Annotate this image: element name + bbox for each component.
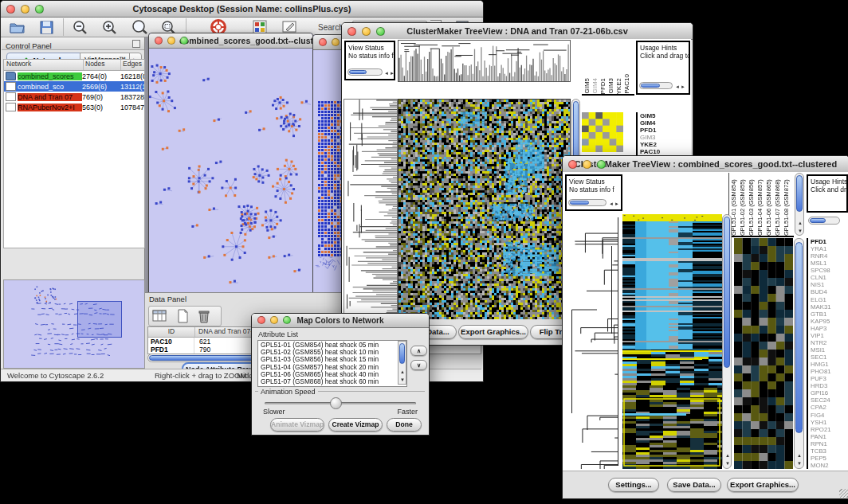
- speed-slider-thumb[interactable]: [330, 397, 342, 409]
- treeview2-titlebar[interactable]: ClusterMaker TreeView : combined_scores_…: [563, 156, 848, 173]
- scroll-right-icon[interactable]: ►: [681, 84, 685, 90]
- gene-label[interactable]: SEC24: [811, 397, 848, 404]
- col-network[interactable]: Network: [4, 60, 84, 70]
- tv2-status-scrollbar[interactable]: [568, 199, 607, 206]
- settings-button[interactable]: Settings...: [608, 478, 659, 492]
- scroll-down-icon[interactable]: ▼: [797, 460, 802, 467]
- move-down-button[interactable]: ∨: [410, 360, 427, 370]
- resize-grip[interactable]: [839, 489, 848, 498]
- export-graphics-button[interactable]: Export Graphics...: [727, 478, 799, 492]
- gene-label[interactable]: VIP1: [811, 332, 848, 339]
- scroll-left-icon[interactable]: ◄: [675, 84, 680, 90]
- close-icon[interactable]: [155, 37, 163, 45]
- window-controls[interactable]: [6, 5, 44, 14]
- network-overview-panel[interactable]: [3, 279, 145, 369]
- tv2-column-label[interactable]: GPL51-04 (GSM857): [756, 174, 765, 236]
- gene-label[interactable]: BUD4: [811, 288, 848, 295]
- minimize-icon[interactable]: [21, 5, 29, 14]
- scroll-left-icon[interactable]: ◄: [609, 201, 614, 207]
- dialog-titlebar[interactable]: Map Colors to Network: [252, 314, 429, 328]
- attribute-list-item[interactable]: GPL51-07 (GSM868) heat shock 60 min: [261, 378, 406, 385]
- gene-label[interactable]: YRA1: [811, 245, 848, 252]
- window-controls[interactable]: [257, 316, 291, 324]
- gene-label[interactable]: PHO81: [811, 368, 848, 375]
- gene-label[interactable]: PEP5: [811, 455, 848, 462]
- network-canvas[interactable]: [149, 49, 311, 297]
- gene-label[interactable]: PFD1: [811, 238, 848, 245]
- gene-label[interactable]: MSI1: [811, 346, 848, 354]
- network-table-row[interactable]: RNAPuberNov2+I563(0)107847(0): [4, 102, 144, 112]
- gene-label[interactable]: HAP3: [811, 325, 848, 332]
- minimize-icon[interactable]: [332, 38, 340, 46]
- gene-label[interactable]: PAC10: [640, 148, 675, 155]
- gene-label[interactable]: NTR2: [811, 339, 848, 346]
- gene-label[interactable]: TCB3: [811, 447, 848, 455]
- open-folder-icon[interactable]: [9, 19, 26, 35]
- scroll-up-icon[interactable]: ▲: [798, 220, 803, 226]
- gene-label[interactable]: PFD1: [640, 127, 675, 134]
- tv2-column-label[interactable]: GPL51-03 (GSM856): [748, 174, 756, 236]
- treeview1-titlebar[interactable]: ClusterMaker TreeView : DNA and Tran 07-…: [342, 23, 693, 40]
- col-edges[interactable]: Edges: [121, 60, 144, 70]
- tv2-hints-scrollbar[interactable]: [808, 217, 840, 225]
- zoom-window-icon[interactable]: [283, 316, 291, 324]
- gene-label[interactable]: NIS1: [811, 281, 848, 288]
- scroll-down-icon[interactable]: ▼: [798, 228, 803, 234]
- tv2-column-label[interactable]: GPL51-08 (GSM872): [783, 174, 791, 236]
- attribute-select-icon[interactable]: [151, 308, 169, 324]
- scroll-up-icon[interactable]: ▲: [400, 369, 405, 375]
- zoom-window-icon[interactable]: [597, 160, 606, 169]
- minimize-icon[interactable]: [270, 316, 278, 324]
- tv1-column-label[interactable]: PAC10: [623, 74, 631, 94]
- gene-label[interactable]: GIM4: [640, 119, 675, 127]
- tv1-hints-scrollbar[interactable]: [639, 82, 673, 89]
- tv2-column-label[interactable]: GPL51-06 (GSM865): [765, 174, 774, 236]
- tv2-zoom-heatmap[interactable]: [734, 238, 793, 469]
- overview-canvas[interactable]: [4, 280, 143, 366]
- gene-label[interactable]: HRD3: [811, 382, 848, 389]
- gene-label[interactable]: SPC98: [811, 267, 848, 274]
- gene-label[interactable]: HMG1: [811, 361, 848, 368]
- delete-attribute-icon[interactable]: [197, 308, 211, 324]
- gene-label[interactable]: PAN1: [811, 433, 848, 440]
- move-up-button[interactable]: ∧: [410, 346, 427, 356]
- gene-label[interactable]: KAP95: [811, 318, 848, 325]
- window-controls[interactable]: [347, 27, 385, 36]
- gene-label[interactable]: ELG1: [811, 296, 848, 303]
- zoom-window-icon[interactable]: [376, 27, 385, 36]
- zoom-in-icon[interactable]: [101, 19, 119, 36]
- minimize-icon[interactable]: [167, 37, 175, 45]
- tv2-row-dendrogram[interactable]: [565, 214, 622, 469]
- attribute-list-vscrollbar[interactable]: ▲ ▼: [398, 341, 406, 385]
- network-table-row[interactable]: combined_scores2764(0)16218(0): [4, 71, 144, 81]
- create-vizmap-button[interactable]: Create Vizmap: [328, 418, 383, 432]
- done-button[interactable]: Done: [387, 418, 422, 432]
- zoom-window-icon[interactable]: [35, 5, 44, 14]
- close-icon[interactable]: [347, 27, 356, 36]
- gene-label[interactable]: MAK31: [811, 303, 848, 311]
- close-icon[interactable]: [6, 5, 15, 14]
- gene-label[interactable]: SEC1: [811, 354, 848, 361]
- gene-label[interactable]: MON2: [811, 462, 848, 469]
- network-table-row[interactable]: DNA and Tran 07769(0)183728(0): [4, 92, 144, 102]
- save-data-button[interactable]: Save Data...: [667, 478, 721, 492]
- gene-label[interactable]: CPA2: [811, 404, 848, 411]
- gene-label[interactable]: PUF3: [811, 375, 848, 382]
- tv1-column-label[interactable]: PFD1: [599, 78, 607, 94]
- save-icon[interactable]: [39, 20, 54, 35]
- window-controls[interactable]: [155, 37, 188, 45]
- close-icon[interactable]: [568, 160, 577, 169]
- tv1-column-label[interactable]: GIM5: [583, 78, 591, 94]
- minimize-icon[interactable]: [583, 160, 591, 169]
- gene-label[interactable]: GIM3: [640, 134, 675, 141]
- tv1-heatmap[interactable]: [398, 99, 571, 337]
- gene-label[interactable]: GTB1: [811, 311, 848, 318]
- scroll-right-icon[interactable]: ►: [614, 201, 619, 207]
- tv1-zoom-heatmap[interactable]: [582, 112, 623, 152]
- zoom-window-icon[interactable]: [180, 37, 188, 45]
- tv1-status-scrollbar[interactable]: [347, 68, 383, 76]
- scroll-right-icon[interactable]: ►: [390, 70, 395, 76]
- tv2-genes-vscrollbar[interactable]: ▲ ▼: [794, 238, 804, 469]
- gene-label[interactable]: RNR4: [811, 252, 848, 260]
- close-icon[interactable]: [319, 38, 327, 46]
